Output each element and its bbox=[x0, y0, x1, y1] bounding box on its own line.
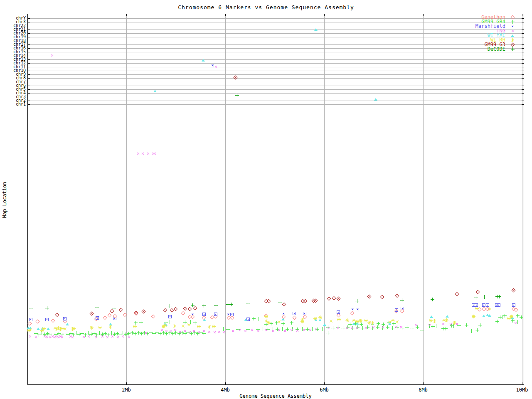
marker-glyph bbox=[465, 323, 468, 327]
marker-glyph bbox=[181, 324, 185, 328]
marker-glyph bbox=[345, 318, 349, 322]
marker-glyph bbox=[351, 308, 354, 311]
y-tick-left bbox=[28, 22, 30, 22]
legend-marker-glyph bbox=[511, 34, 514, 37]
marker-glyph bbox=[267, 299, 271, 303]
marker-glyph bbox=[212, 325, 216, 328]
y-tick-right bbox=[522, 67, 524, 67]
marker-glyph bbox=[151, 314, 155, 318]
marker-glyph bbox=[329, 319, 333, 323]
y-tick-right bbox=[522, 56, 524, 56]
marker-glyph bbox=[482, 303, 485, 307]
marker-glyph bbox=[367, 294, 371, 298]
marker-glyph bbox=[445, 318, 448, 322]
marker-glyph bbox=[153, 90, 157, 92]
marker-glyph bbox=[187, 307, 192, 311]
chromosome-gridline bbox=[28, 89, 524, 90]
x-tick-label: 6Mb bbox=[320, 387, 329, 393]
marker-glyph bbox=[282, 312, 285, 315]
marker-glyph bbox=[281, 322, 285, 325]
marker-glyph bbox=[217, 330, 222, 334]
marker-glyph bbox=[234, 75, 238, 79]
y-tick-right bbox=[522, 89, 524, 90]
y-tick-right bbox=[522, 86, 524, 86]
x-tick-top bbox=[423, 14, 424, 16]
marker-glyph bbox=[293, 312, 296, 315]
marker-glyph bbox=[327, 296, 331, 300]
marker-glyph bbox=[356, 308, 359, 311]
marker-glyph bbox=[281, 318, 285, 320]
marker-glyph bbox=[127, 335, 131, 339]
marker-glyph bbox=[168, 320, 172, 324]
marker-glyph bbox=[313, 317, 317, 320]
decode-marker-icon bbox=[505, 47, 520, 51]
legend-marker-glyph bbox=[510, 15, 515, 20]
marker-glyph bbox=[146, 151, 150, 155]
marker-glyph bbox=[277, 320, 281, 324]
marker-glyph bbox=[66, 323, 69, 325]
marker-glyph bbox=[433, 319, 436, 323]
chromosome-gridline bbox=[28, 22, 524, 22]
y-tick-left bbox=[28, 44, 30, 45]
marker-glyph bbox=[28, 334, 32, 338]
marker-glyph bbox=[503, 314, 507, 318]
chromosome-gridline bbox=[28, 59, 524, 60]
marker-glyph bbox=[520, 315, 523, 319]
mb-gridline bbox=[126, 14, 127, 384]
marker-glyph bbox=[314, 28, 318, 31]
marker-glyph bbox=[292, 315, 296, 320]
x-axis-title: Genome Sequence Assembly bbox=[0, 393, 532, 399]
marker-glyph bbox=[163, 323, 167, 327]
marker-glyph bbox=[380, 295, 384, 299]
y-tick-left bbox=[28, 33, 30, 34]
plot-page: Chromosome 6 Markers vs Genome Sequence … bbox=[0, 0, 532, 399]
y-tick-left bbox=[28, 67, 30, 67]
y-tick-right bbox=[522, 63, 524, 64]
marker-glyph bbox=[173, 324, 177, 328]
x-tick-top bbox=[225, 14, 226, 16]
marker-glyph bbox=[214, 64, 218, 69]
chromosome-gridline bbox=[28, 18, 524, 19]
chromosome-gridline bbox=[28, 104, 524, 105]
marker-glyph bbox=[376, 325, 379, 329]
chromosome-gridline bbox=[28, 78, 524, 79]
y-axis-title: Map Location bbox=[2, 182, 7, 218]
y-tick-right bbox=[522, 104, 524, 105]
marker-glyph bbox=[202, 304, 206, 308]
marker-glyph bbox=[174, 307, 178, 311]
marker-glyph bbox=[140, 151, 145, 155]
marker-glyph bbox=[142, 309, 146, 313]
y-tick-right bbox=[522, 82, 524, 82]
marker-glyph bbox=[108, 325, 112, 329]
y-tick-right bbox=[522, 37, 524, 37]
marker-glyph bbox=[497, 303, 500, 307]
marker-glyph bbox=[112, 306, 116, 310]
marker-glyph bbox=[133, 325, 137, 328]
legend-marker-glyph bbox=[510, 43, 515, 47]
x-tick-bottom bbox=[423, 382, 424, 384]
marker-glyph bbox=[50, 53, 54, 57]
marker-glyph bbox=[423, 329, 427, 333]
marker-glyph bbox=[498, 295, 501, 298]
marker-glyph bbox=[45, 306, 49, 310]
y-tick-left bbox=[28, 86, 30, 86]
marker-glyph bbox=[168, 304, 172, 308]
marker-glyph bbox=[495, 320, 499, 323]
y-tick-left bbox=[28, 59, 30, 60]
y-tick-left bbox=[28, 71, 30, 71]
marker-glyph bbox=[229, 303, 233, 306]
marker-glyph bbox=[431, 298, 434, 301]
marker-glyph bbox=[29, 306, 33, 310]
x-tick-label: 10Mb bbox=[516, 387, 528, 393]
y-tick-left bbox=[28, 89, 30, 90]
marker-glyph bbox=[257, 317, 261, 321]
marker-glyph bbox=[202, 313, 206, 316]
marker-glyph bbox=[482, 315, 485, 317]
marker-glyph bbox=[512, 288, 516, 292]
marker-glyph bbox=[90, 311, 94, 315]
chromosome-gridline bbox=[28, 82, 524, 82]
chromosome-gridline bbox=[28, 37, 524, 37]
marker-glyph bbox=[386, 325, 389, 329]
marker-glyph bbox=[303, 312, 306, 315]
marker-glyph bbox=[290, 321, 293, 325]
